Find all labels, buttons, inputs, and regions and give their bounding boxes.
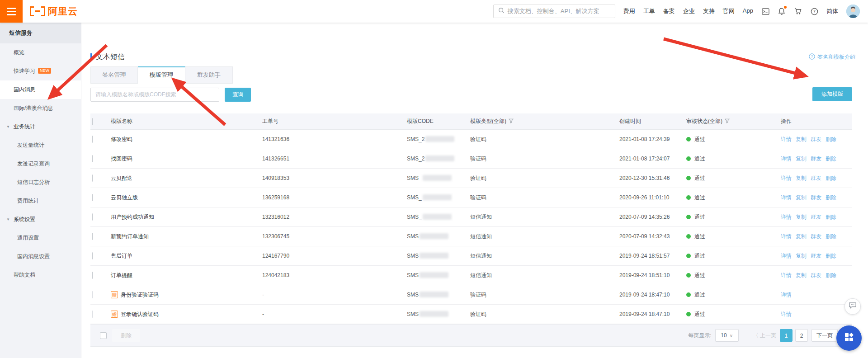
- action-copy[interactable]: 复制: [796, 136, 807, 142]
- nav-item-0[interactable]: 费用: [623, 7, 635, 15]
- sidebar-item[interactable]: 通用设置: [0, 229, 81, 247]
- quick-apps-button[interactable]: [836, 325, 862, 351]
- top-nav: 费用工单备案企业支持官网App: [623, 7, 753, 15]
- action-detail[interactable]: 详情: [781, 292, 792, 298]
- sidebar-item[interactable]: ▼业务统计: [0, 118, 81, 136]
- tab-模版管理[interactable]: 模版管理: [138, 66, 185, 84]
- sidebar-item[interactable]: 发送量统计: [0, 136, 81, 155]
- action-detail[interactable]: 详情: [781, 175, 792, 181]
- row-checkbox[interactable]: [92, 233, 93, 240]
- audit-status-cell: 通过: [686, 233, 781, 240]
- add-template-button[interactable]: 添加模版: [812, 87, 852, 101]
- action-delete[interactable]: 删除: [826, 253, 836, 259]
- action-bulk-send[interactable]: 群发: [811, 194, 821, 201]
- row-checkbox[interactable]: [92, 136, 93, 143]
- language-switch[interactable]: 简体: [826, 7, 838, 15]
- action-copy[interactable]: 复制: [796, 272, 807, 278]
- batch-delete-button[interactable]: 删除: [112, 329, 140, 342]
- sidebar-item[interactable]: 费用统计: [0, 192, 81, 210]
- action-delete[interactable]: 删除: [826, 194, 836, 201]
- notification-bell-icon[interactable]: [778, 7, 786, 15]
- user-avatar[interactable]: [846, 5, 860, 18]
- row-checkbox[interactable]: [92, 272, 93, 279]
- row-checkbox[interactable]: [92, 213, 93, 221]
- filter-funnel-icon[interactable]: [509, 118, 514, 125]
- select-all-checkbox[interactable]: [100, 332, 107, 339]
- next-page-button[interactable]: 下一页: [811, 329, 838, 342]
- action-delete[interactable]: 删除: [826, 136, 836, 142]
- tab-群发助手[interactable]: 群发助手: [185, 66, 233, 84]
- select-all-checkbox[interactable]: [92, 118, 93, 125]
- action-copy[interactable]: 复制: [796, 175, 807, 181]
- nav-item-3[interactable]: 企业: [683, 7, 695, 15]
- action-copy[interactable]: 复制: [796, 214, 807, 220]
- terminal-icon[interactable]: [761, 7, 769, 15]
- action-detail[interactable]: 详情: [781, 311, 792, 317]
- sidebar-item[interactable]: 快速学习NEW: [0, 62, 81, 80]
- action-delete[interactable]: 删除: [826, 272, 836, 278]
- action-copy[interactable]: 复制: [796, 253, 807, 259]
- row-checkbox[interactable]: [92, 194, 93, 201]
- sidebar-item[interactable]: 国际/港澳台消息: [0, 99, 81, 118]
- feedback-chat-button[interactable]: [844, 298, 861, 315]
- nav-item-1[interactable]: 工单: [643, 7, 655, 15]
- row-checkbox[interactable]: [92, 155, 93, 162]
- action-bulk-send[interactable]: 群发: [811, 253, 821, 259]
- page-number-1[interactable]: 1: [780, 329, 793, 342]
- template-code-cell: SMS: [407, 311, 470, 317]
- nav-item-6[interactable]: App: [743, 7, 753, 15]
- action-bulk-send[interactable]: 群发: [811, 136, 821, 142]
- action-delete[interactable]: 删除: [826, 233, 836, 240]
- action-detail[interactable]: 详情: [781, 214, 792, 220]
- sidebar-item[interactable]: ▼系统设置: [0, 210, 81, 229]
- brand-logo[interactable]: 阿里云: [30, 5, 78, 18]
- created-time-cell: 2019-09-24 18:51:57: [619, 253, 686, 259]
- row-actions-cell: 详情复制群发删除: [781, 136, 852, 143]
- sidebar-item[interactable]: 国内消息: [0, 80, 81, 99]
- action-detail[interactable]: 详情: [781, 272, 792, 278]
- action-bulk-send[interactable]: 群发: [811, 233, 821, 240]
- row-checkbox[interactable]: [92, 252, 93, 259]
- nav-item-5[interactable]: 官网: [723, 7, 735, 15]
- global-search-box[interactable]: 搜索文档、控制台、API、解决方案: [493, 5, 615, 18]
- action-detail[interactable]: 详情: [781, 253, 792, 259]
- help-icon[interactable]: ?: [810, 7, 818, 15]
- nav-item-2[interactable]: 备案: [663, 7, 675, 15]
- audit-status-cell: 通过: [686, 174, 781, 182]
- status-dot: [686, 176, 691, 180]
- sidebar-item[interactable]: 发送记录查询: [0, 155, 81, 173]
- query-button[interactable]: 查询: [225, 88, 251, 102]
- action-detail[interactable]: 详情: [781, 233, 792, 240]
- sidebar-item[interactable]: 国内消息设置: [0, 247, 81, 266]
- hamburger-menu-button[interactable]: [0, 0, 23, 23]
- status-dot: [686, 292, 691, 297]
- sidebar-item[interactable]: 帮助文档: [0, 266, 81, 284]
- template-type-cell: 验证码: [470, 291, 619, 299]
- action-delete[interactable]: 删除: [826, 214, 836, 220]
- signature-template-intro-link[interactable]: ? 签名和模板介绍: [809, 53, 855, 61]
- page-size-select[interactable]: 10 ∨: [715, 329, 739, 342]
- new-badge: NEW: [38, 68, 51, 74]
- action-delete[interactable]: 删除: [826, 175, 836, 181]
- action-copy[interactable]: 复制: [796, 233, 807, 240]
- tab-签名管理[interactable]: 签名管理: [90, 66, 138, 84]
- nav-item-4[interactable]: 支持: [703, 7, 715, 15]
- action-bulk-send[interactable]: 群发: [811, 175, 821, 181]
- action-bulk-send[interactable]: 群发: [811, 272, 821, 278]
- action-copy[interactable]: 复制: [796, 155, 807, 162]
- row-checkbox[interactable]: [92, 174, 93, 182]
- sidebar-item[interactable]: 概览: [0, 43, 81, 62]
- action-bulk-send[interactable]: 群发: [811, 214, 821, 220]
- action-detail[interactable]: 详情: [781, 155, 792, 162]
- cart-icon[interactable]: [794, 7, 802, 15]
- template-search-input[interactable]: [90, 88, 219, 102]
- sidebar-item[interactable]: 短信日志分析: [0, 173, 81, 192]
- filter-funnel-icon[interactable]: [725, 118, 730, 125]
- page-number-2[interactable]: 2: [795, 329, 808, 342]
- prev-page-button[interactable]: 〈 上一页: [753, 332, 776, 339]
- action-bulk-send[interactable]: 群发: [811, 155, 821, 162]
- action-detail[interactable]: 详情: [781, 136, 792, 142]
- action-delete[interactable]: 删除: [826, 155, 836, 162]
- action-detail[interactable]: 详情: [781, 194, 792, 201]
- action-copy[interactable]: 复制: [796, 194, 807, 201]
